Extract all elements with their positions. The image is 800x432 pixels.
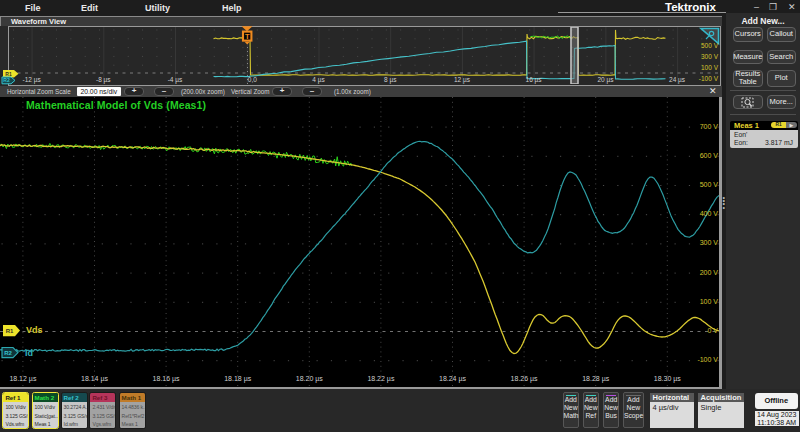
svg-text:T: T — [245, 32, 250, 41]
svg-text:R1: R1 — [6, 328, 14, 334]
svg-text:R1: R1 — [5, 71, 12, 77]
svg-text:R2: R2 — [3, 77, 10, 83]
svg-text:R2: R2 — [4, 350, 12, 356]
